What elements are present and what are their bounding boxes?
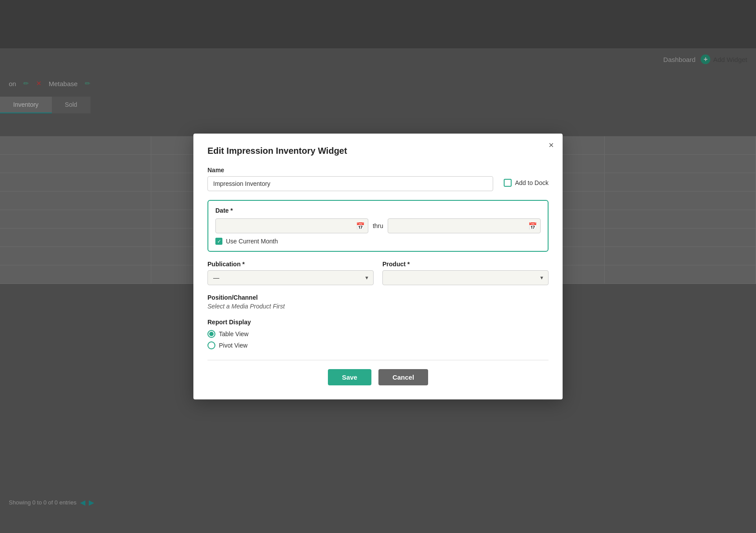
cancel-button[interactable]: Cancel [378,369,428,385]
save-button[interactable]: Save [328,369,371,385]
add-to-dock-checkbox[interactable] [504,179,512,187]
use-current-month-checkbox[interactable] [215,238,222,245]
position-label: Position/Channel [207,294,549,301]
date-inputs-row: 📅 thru 📅 [215,218,541,233]
action-buttons: Save Cancel [207,369,549,385]
add-to-dock-label: Add to Dock [515,179,549,186]
radio-group: Table View Pivot View [207,330,549,349]
modal-divider [207,360,549,360]
publication-group: Publication * — [207,261,374,285]
report-display-section: Report Display Table View Pivot View [207,319,549,349]
product-label: Product * [382,261,549,268]
product-select[interactable] [382,270,549,285]
product-group: Product * [382,261,549,285]
product-select-wrapper [382,270,549,285]
modal-close-button[interactable]: × [549,141,554,149]
position-section: Position/Channel Select a Media Product … [207,294,549,310]
radio-table-view[interactable] [207,330,215,338]
name-group: Name [207,167,493,191]
pub-product-row: Publication * — Product * [207,261,549,285]
modal-dialog: × Edit Impression Inventory Widget Name … [193,134,563,399]
radio-table-view-row: Table View [207,330,549,338]
date-from-input[interactable] [215,218,368,233]
publication-label: Publication * [207,261,374,268]
publication-select[interactable]: — [207,270,374,285]
publication-select-wrapper: — [207,270,374,285]
name-row: Name Add to Dock [207,167,549,191]
radio-pivot-view[interactable] [207,341,215,349]
date-from-wrapper: 📅 [215,218,368,233]
radio-pivot-view-label: Pivot View [219,342,247,349]
use-current-month-row: Use Current Month [215,238,541,245]
position-placeholder: Select a Media Product First [207,303,549,310]
report-display-label: Report Display [207,319,549,326]
thru-label: thru [373,222,383,229]
name-label: Name [207,167,493,174]
add-to-dock-group: Add to Dock [504,167,549,187]
date-label: Date * [215,207,541,214]
use-current-month-label: Use Current Month [226,238,278,245]
modal-title: Edit Impression Inventory Widget [207,146,549,156]
date-section: Date * 📅 thru 📅 Use Current Month [207,200,549,252]
modal-overlay: × Edit Impression Inventory Widget Name … [0,0,756,533]
name-input[interactable] [207,176,493,191]
radio-table-view-inner [209,332,214,336]
radio-pivot-view-row: Pivot View [207,341,549,349]
date-to-wrapper: 📅 [388,218,541,233]
date-to-input[interactable] [388,218,541,233]
radio-table-view-label: Table View [219,330,248,337]
